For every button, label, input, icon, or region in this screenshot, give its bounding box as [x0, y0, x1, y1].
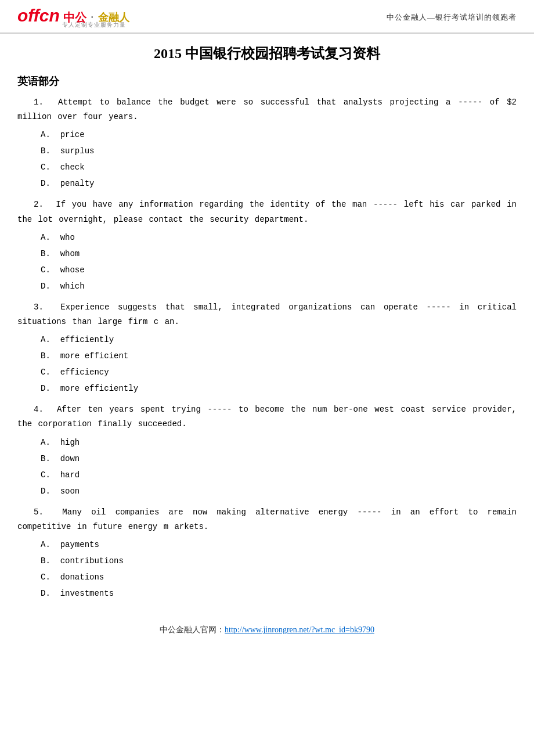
option-label: B. [41, 351, 50, 361]
question-3-text: 3. Experience suggests that small, integ… [17, 300, 517, 329]
question-1-option-c: C. check [41, 159, 517, 175]
option-text: payments [60, 540, 99, 549]
question-4-option-d: D. soon [41, 483, 517, 499]
option-label: A. [41, 438, 50, 447]
question-1-number: 1. [34, 98, 44, 107]
question-4-body: After ten years spent trying ----- to be… [17, 405, 517, 429]
question-5-text: 5. Many oil companies are now making alt… [17, 505, 517, 534]
option-text: price [60, 130, 85, 139]
question-5-option-a: A. payments [41, 537, 517, 553]
option-label: D. [41, 384, 50, 393]
question-5-option-c: C. donations [41, 569, 517, 585]
option-label: D. [41, 589, 50, 598]
question-1-text: 1. Attempt to balance the budget were so… [17, 95, 517, 124]
option-label: C. [41, 163, 50, 172]
question-1-body: Attempt to balance the budget were so su… [17, 98, 517, 121]
question-3-options: A. efficiently B. more efficient C. effi… [41, 332, 517, 397]
option-text: more efficiently [60, 384, 138, 393]
page-header: offcn 中公 · 金融人 专人定制专业服务力量 中公金融人—银行考试培训的领… [0, 0, 534, 34]
option-label: A. [41, 335, 50, 344]
question-2: 2. If you have any information regarding… [17, 197, 517, 294]
question-2-body: If you have any information regarding th… [17, 200, 517, 224]
option-text: who [60, 233, 75, 242]
section-title: 英语部分 [0, 70, 534, 95]
question-2-number: 2. [34, 200, 44, 209]
question-2-option-c: C. whose [41, 262, 517, 278]
option-text: penalty [60, 179, 95, 188]
question-2-option-b: B. whom [41, 246, 517, 262]
question-1-options: A. price B. surplus C. check D. penalty [41, 127, 517, 192]
question-2-options: A. who B. whom C. whose D. which [41, 229, 517, 294]
option-text: surplus [60, 146, 95, 156]
option-label: C. [41, 265, 50, 275]
option-text: donations [60, 573, 104, 582]
question-3-option-a: A. efficiently [41, 332, 517, 348]
footer-link[interactable]: http://www.jinrongren.net/?wt.mc_id=bk97… [225, 625, 374, 634]
option-label: D. [41, 179, 50, 188]
question-5-option-d: D. investments [41, 585, 517, 602]
question-4-options: A. high B. down C. hard D. soon [41, 434, 517, 499]
question-2-option-d: D. which [41, 278, 517, 294]
option-text: hard [60, 470, 80, 480]
question-3-body: Experience suggests that small, integrat… [17, 303, 517, 326]
question-4-option-b: B. down [41, 451, 517, 467]
question-3-option-d: D. more efficiently [41, 380, 517, 397]
option-text: efficiently [60, 335, 114, 344]
question-4-number: 4. [34, 405, 44, 414]
logo-block: offcn 中公 · 金融人 专人定制专业服务力量 [17, 7, 129, 28]
option-label: A. [41, 540, 50, 549]
question-5-body: Many oil companies are now making altern… [17, 507, 517, 531]
question-1-option-b: B. surplus [41, 143, 517, 159]
main-title: 2015 中国银行校园招聘考试复习资料 [0, 34, 534, 70]
question-5: 5. Many oil companies are now making alt… [17, 505, 517, 602]
option-label: B. [41, 556, 50, 566]
logo-area: offcn 中公 · 金融人 专人定制专业服务力量 [17, 7, 129, 28]
option-label: C. [41, 470, 50, 480]
option-label: B. [41, 146, 50, 156]
option-text: check [60, 163, 85, 172]
question-5-option-b: B. contributions [41, 553, 517, 569]
question-1: 1. Attempt to balance the budget were so… [17, 95, 517, 192]
option-label: D. [41, 487, 50, 496]
option-label: D. [41, 282, 50, 291]
question-4: 4. After ten years spent trying ----- to… [17, 402, 517, 499]
option-label: B. [41, 454, 50, 463]
question-4-option-c: C. hard [41, 467, 517, 483]
option-text: investments [60, 589, 114, 598]
option-label: C. [41, 368, 50, 377]
question-3-option-c: C. efficiency [41, 364, 517, 380]
page-footer: 中公金融人官网：http://www.jinrongren.net/?wt.mc… [0, 613, 534, 647]
question-2-text: 2. If you have any information regarding… [17, 197, 517, 226]
question-4-text: 4. After ten years spent trying ----- to… [17, 402, 517, 431]
logo-subtitle: 专人定制专业服务力量 [62, 22, 126, 28]
option-text: contributions [60, 556, 124, 566]
option-text: down [60, 454, 80, 463]
option-label: B. [41, 249, 50, 258]
question-1-option-a: A. price [41, 127, 517, 143]
header-tagline: 中公金融人—银行考试培训的领跑者 [387, 12, 517, 23]
question-3: 3. Experience suggests that small, integ… [17, 300, 517, 397]
option-text: more efficient [60, 351, 129, 361]
question-3-number: 3. [34, 303, 44, 312]
option-text: which [60, 282, 85, 291]
question-5-number: 5. [34, 507, 44, 517]
footer-label: 中公金融人官网： [160, 625, 225, 634]
option-text: soon [60, 487, 80, 496]
option-label: C. [41, 573, 50, 582]
questions-container: 1. Attempt to balance the budget were so… [0, 95, 534, 602]
option-text: high [60, 438, 80, 447]
option-label: A. [41, 233, 50, 242]
option-text: whom [60, 249, 80, 258]
question-5-options: A. payments B. contributions C. donation… [41, 537, 517, 602]
option-label: A. [41, 130, 50, 139]
option-text: whose [60, 265, 85, 275]
question-1-option-d: D. penalty [41, 175, 517, 192]
question-3-option-b: B. more efficient [41, 348, 517, 364]
logo-offcn: offcn [17, 7, 60, 24]
question-2-option-a: A. who [41, 229, 517, 246]
question-4-option-a: A. high [41, 434, 517, 451]
option-text: efficiency [60, 368, 109, 377]
